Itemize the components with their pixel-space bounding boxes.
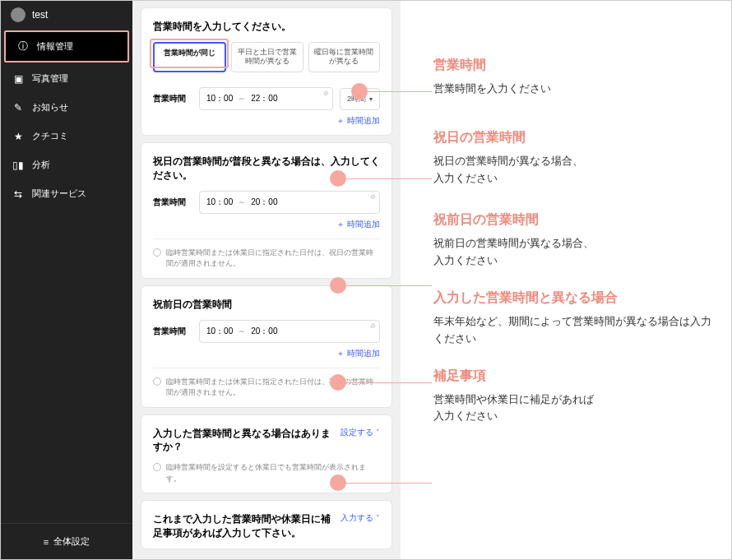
annotation-desc: 営業時間や休業日に補足があれば 入力ください (433, 391, 715, 426)
end-time: 20：00 (251, 197, 277, 208)
input-link[interactable]: 入力する ˅ (341, 512, 380, 524)
callout-line (346, 178, 432, 179)
start-time: 10：00 (206, 197, 233, 208)
tab-weekday-weekend[interactable]: 平日と土日で営業時間が異なる (231, 42, 303, 72)
hours-tabs: 営業時間が同じ 平日と土日で営業時間が異なる 曜日毎に営業時間が異なる (153, 42, 380, 72)
end-time: 20：00 (251, 326, 277, 337)
time-range-input[interactable]: 10：00 ～ 20：00 ⊘ (199, 320, 380, 343)
callout-dot (351, 83, 368, 100)
chevron-down-icon: ˅ (376, 428, 380, 437)
sidebar-item-label: 情報管理 (37, 40, 73, 53)
save-wrap: 保存 (132, 556, 401, 559)
callout-dot (330, 474, 346, 491)
annotation-title: 祝前日の営業時間 (433, 211, 715, 229)
pencil-icon: ✎ (12, 102, 24, 113)
radio-icon[interactable] (153, 463, 161, 471)
callout-dot (330, 374, 346, 391)
app-frame: test ⓘ 情報管理 ▣ 写真管理 ✎ お知らせ ★ クチコミ ▯▮ 分析 ⇆… (0, 0, 732, 560)
add-time-link[interactable]: ＋ 時間追加 (153, 219, 380, 230)
card-hours: 営業時間を入力してください。 営業時間が同じ 平日と土日で営業時間が異なる 曜日… (141, 7, 392, 136)
radio-icon[interactable] (153, 377, 161, 386)
avatar (11, 7, 25, 22)
radio-icon[interactable] (153, 248, 161, 257)
sidebar-item-label: 写真管理 (32, 72, 68, 85)
note-text: 臨時営業時間を設定すると休業日でも営業時間が表示されます。 (166, 462, 380, 484)
note-text: 臨時営業時間または休業日に指定された日付は、祝日の営業時間が適用されません。 (166, 377, 380, 399)
callout-dot (330, 170, 346, 187)
sidebar-footer[interactable]: ≡ 全体設定 (1, 523, 132, 559)
card-exception: 入力した営業時間と異なる場合はありますか？ 設定する ˅ 臨時営業時間を設定する… (141, 414, 392, 494)
card-title: 入力した営業時間と異なる場合はありますか？ (153, 427, 334, 455)
annotation-panel: 営業時間 営業時間を入力ください 祝日の営業時間 祝日の営業時間が異なる場合、 … (401, 1, 731, 559)
clear-icon[interactable]: ⊘ (370, 322, 376, 330)
time-separator: ～ (238, 197, 246, 208)
note-row: 臨時営業時間または休業日に指定された日付は、祝日の営業時間が適用されません。 (153, 238, 380, 270)
info-icon: ⓘ (17, 41, 29, 53)
time-range-input[interactable]: 10：00 ～ 20：00 ⊘ (199, 191, 380, 214)
annotation-title: 営業時間 (433, 57, 715, 74)
time-label: 営業時間 (153, 93, 192, 104)
callout-line (368, 91, 432, 92)
sidebar-item-news[interactable]: ✎ お知らせ (1, 93, 132, 122)
end-time: 22：00 (251, 93, 277, 104)
annotation-preholiday: 祝前日の営業時間 祝前日の営業時間が異なる場合、 入力ください (433, 211, 715, 270)
annotation-desc: 祝前日の営業時間が異なる場合、 入力ください (433, 235, 715, 270)
note-text: 臨時営業時間または休業日に指定された日付は、祝日の営業時間が適用されません。 (166, 248, 380, 270)
sidebar-item-services[interactable]: ⇆ 関連サービス (1, 179, 132, 208)
callout-line (346, 285, 432, 286)
card-title: 祝前日の営業時間 (153, 298, 380, 312)
annotation-title: 補足事項 (433, 368, 715, 385)
time-separator: ～ (238, 93, 246, 104)
annotation-holiday: 祝日の営業時間 祝日の営業時間が異なる場合、 入力ください (433, 129, 715, 187)
clear-icon[interactable]: ⊘ (370, 193, 376, 201)
sidebar-item-label: 関連サービス (32, 187, 86, 200)
sidebar-item-photos[interactable]: ▣ 写真管理 (1, 64, 132, 93)
annotation-desc: 年末年始など、期間によって営業時間が異なる場合は入力ください (433, 313, 715, 348)
star-icon: ★ (12, 131, 24, 142)
sidebar-item-analytics[interactable]: ▯▮ 分析 (1, 150, 132, 179)
card-title: これまで入力した営業時間や休業日に補足事項があれば入力して下さい。 (153, 512, 334, 540)
sidebar-item-label: 分析 (32, 159, 50, 171)
time-label: 営業時間 (153, 326, 192, 337)
callout-dot (330, 277, 346, 294)
add-time-link[interactable]: ＋ 時間追加 (153, 348, 380, 359)
time-row: 営業時間 10：00 ～ 22：00 ⊘ 2時間 ▾ (153, 87, 380, 110)
start-time: 10：00 (206, 326, 233, 337)
menu-icon: ≡ (44, 537, 49, 547)
time-row: 営業時間 10：00 ～ 20：00 ⊘ (153, 191, 380, 214)
annotation-hours: 営業時間 営業時間を入力ください (433, 57, 715, 98)
annotation-desc: 祝日の営業時間が異なる場合、 入力ください (433, 153, 715, 187)
sidebar-item-label: クチコミ (32, 130, 68, 142)
chevron-down-icon: ˅ (376, 514, 380, 522)
sidebar-item-label: お知らせ (32, 101, 68, 113)
time-separator: ～ (238, 326, 246, 337)
user-name: test (32, 9, 48, 21)
link-icon: ⇆ (12, 188, 24, 200)
tab-per-day[interactable]: 曜日毎に営業時間が異なる (308, 42, 380, 72)
time-row: 営業時間 10：00 ～ 20：00 ⊘ (153, 320, 380, 343)
add-time-link[interactable]: ＋ 時間追加 (153, 115, 380, 127)
sidebar-header: test (1, 1, 132, 29)
chart-icon: ▯▮ (12, 160, 24, 171)
card-preholiday: 祝前日の営業時間 営業時間 10：00 ～ 20：00 ⊘ ＋ 時間追加 臨時営… (141, 285, 392, 408)
card-title: 営業時間を入力してください。 (153, 20, 380, 34)
annotation-exception: 入力した営業時間と異なる場合 年末年始など、期間によって営業時間が異なる場合は入… (433, 289, 715, 348)
chevron-down-icon: ▾ (369, 95, 373, 103)
card-supplement: これまで入力した営業時間や休業日に補足事項があれば入力して下さい。 入力する ˅ (141, 500, 392, 549)
clear-icon[interactable]: ⊘ (323, 90, 329, 97)
annotation-desc: 営業時間を入力ください (433, 81, 715, 98)
annotation-title: 祝日の営業時間 (433, 129, 715, 146)
footer-label: 全体設定 (53, 535, 90, 548)
sidebar-item-reviews[interactable]: ★ クチコミ (1, 122, 132, 150)
card-holiday: 祝日の営業時間が普段と異なる場合は、入力してください。 営業時間 10：00 ～… (141, 142, 392, 279)
callout-line (346, 483, 432, 484)
photo-icon: ▣ (12, 73, 24, 85)
start-time: 10：00 (206, 93, 233, 104)
time-label: 営業時間 (153, 197, 192, 208)
callout-line (346, 382, 432, 383)
sidebar-item-info[interactable]: ⓘ 情報管理 (4, 30, 129, 62)
configure-link[interactable]: 設定する ˅ (341, 427, 380, 438)
time-range-input[interactable]: 10：00 ～ 22：00 ⊘ (199, 87, 333, 110)
annotation-supplement: 補足事項 営業時間や休業日に補足があれば 入力ください (433, 368, 715, 426)
tab-same[interactable]: 営業時間が同じ (153, 42, 226, 72)
